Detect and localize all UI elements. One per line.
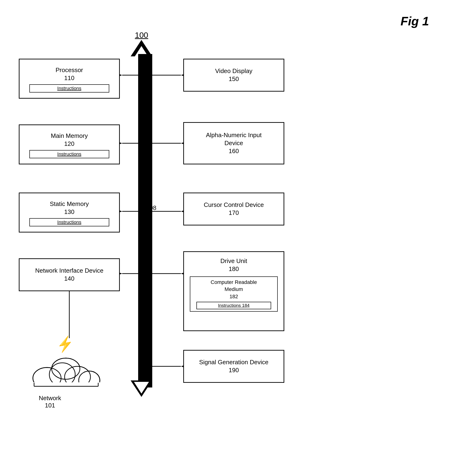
network-label: Network 101 — [39, 395, 61, 409]
main-memory-box: Main Memory 120 Instructions — [19, 124, 120, 164]
static-memory-instructions: Instructions — [29, 218, 109, 226]
drive-unit-title: Drive Unit 180 — [218, 256, 250, 275]
cursor-control-title: Cursor Control Device 170 — [201, 200, 266, 218]
crm-title: Computer Readable Medium 182 — [192, 279, 275, 300]
signal-generation-title: Signal Generation Device 190 — [197, 357, 271, 376]
bus-vertical-line — [138, 54, 152, 388]
drive-unit-instructions: Instructions 184 — [196, 302, 271, 309]
signal-generation-box: Signal Generation Device 190 — [183, 350, 284, 383]
processor-title: Processor 110 — [53, 65, 85, 84]
static-memory-title: Static Memory 130 — [47, 199, 91, 218]
main-memory-instructions: Instructions — [29, 150, 109, 158]
network-interface-box: Network Interface Device 140 — [19, 258, 120, 291]
figure-title: Fig 1 — [401, 14, 429, 28]
video-display-box: Video Display 150 — [183, 59, 284, 92]
network-cloud — [28, 347, 103, 395]
processor-box: Processor 110 Instructions — [19, 59, 120, 99]
bus-label-100: 100 — [135, 30, 148, 40]
processor-instructions: Instructions — [29, 84, 109, 92]
svg-rect-29 — [33, 382, 102, 395]
alpha-numeric-box: Alpha-Numeric Input Device 160 — [183, 122, 284, 164]
alpha-numeric-title: Alpha-Numeric Input Device 160 — [204, 130, 264, 156]
drive-unit-box: Drive Unit 180 Computer Readable Medium … — [183, 251, 284, 331]
static-memory-box: Static Memory 130 Instructions — [19, 192, 120, 233]
network-interface-title: Network Interface Device 140 — [33, 265, 106, 284]
bus-arrow-bottom-inner — [134, 382, 149, 394]
video-display-title: Video Display 150 — [213, 66, 255, 85]
main-memory-title: Main Memory 120 — [48, 131, 90, 149]
cursor-control-box: Cursor Control Device 170 — [183, 192, 284, 226]
bus-label-108: 108 — [146, 204, 156, 212]
